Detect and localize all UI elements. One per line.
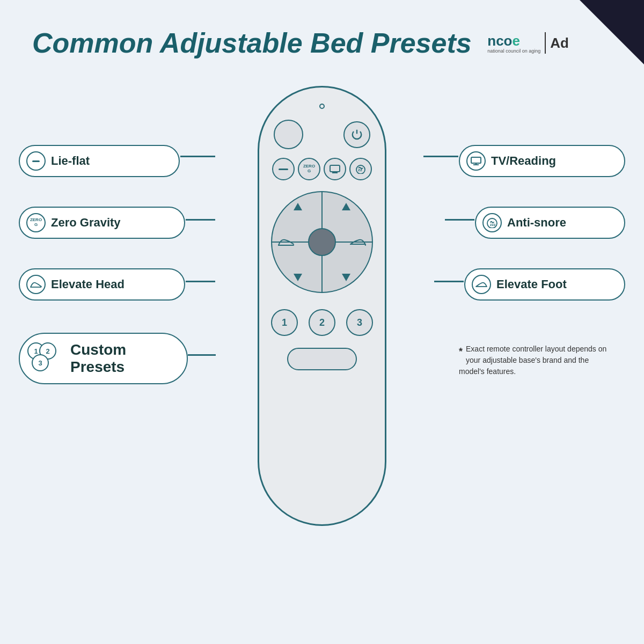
foot-elevate-icon — [349, 237, 367, 247]
tv-preset-button[interactable] — [324, 158, 346, 180]
dpad-center-button[interactable] — [308, 228, 336, 256]
lie-flat-icon — [26, 151, 46, 171]
anti-snore-connector — [445, 219, 474, 221]
svg-text:zzz: zzz — [490, 223, 496, 226]
zero-g-label: ZEROG — [303, 164, 315, 174]
remote-control: ZEROG zz — [258, 86, 386, 526]
elevate-head-connector — [186, 281, 215, 282]
ncoa-text: ncoe — [487, 33, 520, 49]
head-elevate-icon — [277, 237, 295, 247]
tv-label-icon — [471, 157, 481, 165]
top-buttons-row — [274, 120, 370, 149]
preset-circle-3: 3 — [32, 354, 49, 371]
footnote: * Exact remote controller layout depends… — [459, 343, 609, 377]
tv-icon — [330, 165, 340, 173]
page: Common Adjustable Bed Presets ncoe natio… — [0, 0, 644, 644]
preset-button-2[interactable]: 2 — [309, 309, 335, 336]
ncoa-logo: ncoe national council on aging — [487, 33, 540, 54]
arrow-up-right-icon — [342, 203, 350, 210]
ncoa-subtitle: national council on aging — [487, 48, 540, 54]
number-buttons-row: 1 2 3 — [271, 309, 373, 336]
zero-g-button[interactable]: ZEROG — [298, 158, 320, 180]
arrow-down-right-icon — [342, 274, 350, 281]
tv-reading-connector — [423, 156, 458, 157]
anti-snore-label-text: Anti-snore — [507, 216, 566, 230]
preset-buttons-row: ZEROG zz — [268, 158, 376, 180]
zero-gravity-label-text: Zero Gravity — [51, 216, 121, 230]
bottom-bar-button[interactable] — [287, 348, 357, 370]
zero-gravity-bubble: ZEROG Zero Gravity — [19, 207, 185, 239]
foot-down-button[interactable] — [342, 274, 350, 281]
flat-preset-button[interactable] — [272, 158, 295, 180]
zero-gravity-icon: ZEROG — [26, 213, 46, 232]
snore-preset-button[interactable]: zz — [349, 158, 372, 180]
partner-logo: Ad — [550, 35, 569, 52]
footnote-asterisk: * — [459, 345, 463, 359]
svg-text:zz: zz — [358, 167, 362, 172]
elevate-foot-bubble: Elevate Foot — [464, 268, 625, 301]
head-icon-button[interactable] — [277, 237, 295, 247]
foot-up-button[interactable] — [342, 203, 350, 210]
elevate-head-label-text: Elevate Head — [51, 277, 125, 291]
anti-snore-bubble: zzz Anti-snore — [475, 207, 625, 239]
head-icon — [30, 280, 42, 289]
top-large-button[interactable] — [274, 120, 303, 149]
custom-presets-connector — [188, 354, 216, 356]
lie-flat-minus-icon — [32, 160, 40, 162]
custom-presets-bubble: 1 2 3 CustomPresets — [19, 333, 188, 384]
anti-snore-icon: zzz — [482, 213, 502, 232]
elevate-foot-connector — [434, 281, 464, 282]
minus-icon — [279, 169, 288, 170]
power-icon — [351, 129, 363, 141]
partner-text: Ad — [550, 35, 569, 51]
elevate-head-bubble: Elevate Head — [19, 268, 185, 301]
lie-flat-connector — [180, 156, 215, 157]
elevate-foot-icon — [472, 275, 491, 294]
foot-label-icon — [475, 280, 487, 289]
svg-rect-0 — [330, 165, 340, 172]
lie-flat-bubble: Lie-flat — [19, 145, 180, 177]
custom-presets-icons: 1 2 3 — [27, 342, 65, 375]
custom-presets-text: CustomPresets — [70, 341, 126, 376]
dpad — [271, 191, 373, 293]
tv-reading-bubble: TV/Reading — [459, 145, 625, 177]
arrow-down-left-icon — [294, 274, 302, 281]
header: Common Adjustable Bed Presets ncoe natio… — [32, 27, 612, 59]
zero-gravity-connector — [186, 219, 215, 221]
logo-divider — [545, 32, 546, 54]
preset-button-3[interactable]: 3 — [346, 309, 373, 336]
snore-icon: zz — [355, 164, 367, 174]
lie-flat-label-text: Lie-flat — [51, 154, 90, 168]
foot-icon-button[interactable] — [349, 237, 367, 247]
tv-reading-label-text: TV/Reading — [491, 154, 556, 168]
custom-presets-label-text: CustomPresets — [70, 341, 126, 375]
svg-rect-5 — [471, 157, 481, 163]
tv-reading-icon — [466, 151, 486, 171]
preset-button-1[interactable]: 1 — [271, 309, 298, 336]
page-title: Common Adjustable Bed Presets — [32, 27, 472, 59]
remote-sensor-dot — [319, 104, 325, 109]
arrow-up-left-icon — [294, 203, 302, 210]
head-down-button[interactable] — [294, 274, 302, 281]
elevate-head-icon — [26, 275, 46, 294]
head-up-button[interactable] — [294, 203, 302, 210]
footnote-text: Exact remote controller layout depends o… — [459, 345, 606, 376]
logo-area: ncoe national council on aging Ad — [487, 32, 569, 54]
snore-label-icon: zzz — [486, 217, 498, 228]
power-button[interactable] — [343, 121, 370, 148]
elevate-foot-label-text: Elevate Foot — [496, 277, 567, 291]
